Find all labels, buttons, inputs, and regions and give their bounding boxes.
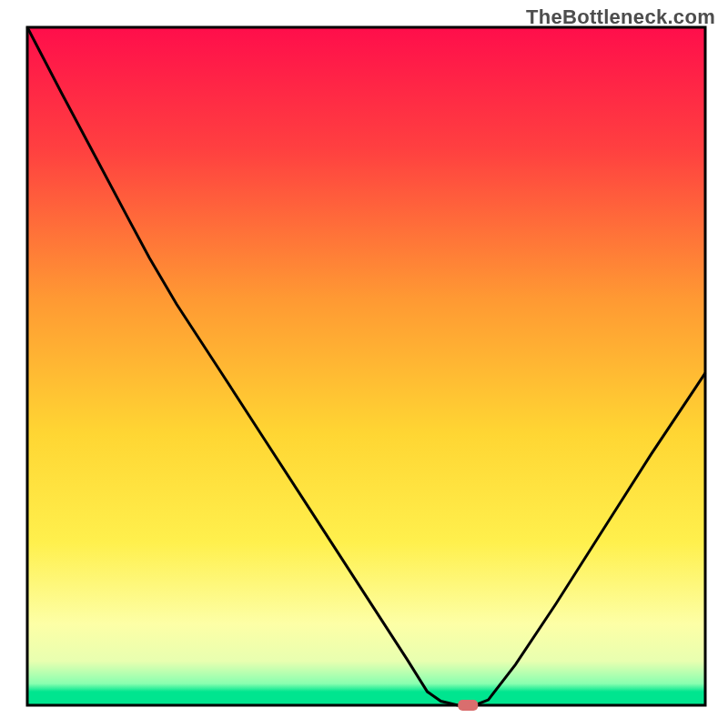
plot-background	[27, 27, 705, 705]
watermark-text: TheBottleneck.com	[526, 5, 715, 29]
optimal-marker	[458, 700, 478, 711]
chart-container: TheBottleneck.com	[0, 0, 728, 728]
bottleneck-chart	[0, 0, 728, 728]
